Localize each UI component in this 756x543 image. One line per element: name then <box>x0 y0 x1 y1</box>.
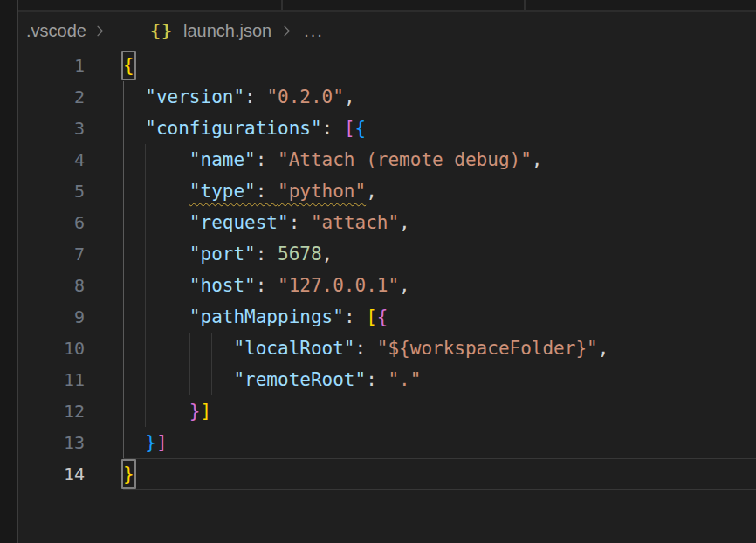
breadcrumb-ellipsis[interactable]: ... <box>304 21 324 41</box>
tab-divider <box>281 0 283 10</box>
code-token: : <box>256 149 278 170</box>
indent-guide <box>123 238 124 270</box>
indent-guide <box>123 113 124 144</box>
code-token: "name" <box>189 149 256 170</box>
indent-guide <box>123 395 124 427</box>
line-number[interactable]: 6 <box>18 207 123 238</box>
code-content: "host": "127.0.0.1", <box>123 270 756 301</box>
indent-guide <box>145 395 146 427</box>
line-number[interactable]: 9 <box>18 301 123 333</box>
line-number[interactable]: 13 <box>18 427 123 458</box>
code-content: "configurations": [{ <box>123 113 756 144</box>
code-token: "version" <box>145 86 244 107</box>
code-token: "pathMappings" <box>189 306 344 327</box>
code-token: : <box>256 244 278 265</box>
code-token: "." <box>388 369 421 390</box>
code-token: "type" <box>189 181 256 202</box>
indent-guide <box>168 175 168 207</box>
code-line[interactable]: 12 }] <box>18 395 756 427</box>
indent-guide <box>211 364 212 395</box>
code-content: }] <box>123 395 756 427</box>
code-content: "localRoot": "${workspaceFolder}", <box>123 333 756 364</box>
breadcrumb: .vscode {} launch.json ... <box>18 12 756 49</box>
line-number[interactable]: 3 <box>18 113 123 144</box>
code-line[interactable]: 8 "host": "127.0.0.1", <box>18 270 756 301</box>
code-line[interactable]: 9 "pathMappings": [{ <box>18 301 756 333</box>
code-line[interactable]: 5 "type": "python", <box>18 175 756 207</box>
breadcrumb-item-file[interactable]: launch.json <box>183 21 271 41</box>
code-token: , <box>399 275 410 296</box>
code-token: "localRoot" <box>233 338 354 359</box>
line-number[interactable]: 14 <box>18 458 123 490</box>
line-number[interactable]: 2 <box>18 81 123 113</box>
code-token: "configurations" <box>145 118 321 139</box>
code-line[interactable]: 2 "version": "0.2.0", <box>18 81 756 113</box>
code-token: "Attach (remote debug)" <box>278 149 532 170</box>
chevron-right-icon <box>280 24 293 38</box>
code-token: [ <box>366 306 377 327</box>
indent-guide <box>168 301 168 333</box>
chevron-right-icon <box>93 24 107 38</box>
line-number[interactable]: 5 <box>18 175 123 207</box>
line-number[interactable]: 12 <box>18 395 123 427</box>
code-line[interactable]: 3 "configurations": [{ <box>18 113 756 144</box>
line-number[interactable]: 7 <box>18 238 123 270</box>
indent-guide <box>123 333 124 364</box>
indent-guide <box>211 333 212 364</box>
code-token: "remoteRoot" <box>233 369 366 390</box>
breadcrumb-item-folder[interactable]: .vscode <box>26 21 86 41</box>
code-token: : <box>355 338 377 359</box>
code-token: : <box>366 369 388 390</box>
code-line[interactable]: 6 "request": "attach", <box>18 207 756 238</box>
indent-guide <box>168 144 168 175</box>
code-line[interactable]: 10 "localRoot": "${workspaceFolder}", <box>18 333 756 364</box>
indent-guide <box>145 144 146 175</box>
indent-guide <box>123 427 124 458</box>
line-number[interactable]: 10 <box>18 333 123 364</box>
code-line[interactable]: 11 "remoteRoot": "." <box>18 364 756 395</box>
indent-guide <box>123 207 124 238</box>
indent-guide <box>145 238 146 270</box>
code-line[interactable]: 13 }] <box>18 427 756 458</box>
code-token: : <box>244 86 266 107</box>
indent-guide <box>168 207 168 238</box>
code-token: "${workspaceFolder}" <box>377 338 598 359</box>
code-content: "type": "python", <box>123 175 756 207</box>
line-number[interactable]: 1 <box>18 50 123 81</box>
indent-guide <box>145 175 146 207</box>
code-content: "port": 5678, <box>123 238 756 270</box>
code-token: "127.0.0.1" <box>278 275 399 296</box>
line-number[interactable]: 8 <box>18 270 123 301</box>
code-token: "attach" <box>311 212 399 233</box>
code-content: "pathMappings": [{ <box>123 301 756 333</box>
tab-bar <box>18 0 756 12</box>
code-token: 5678 <box>278 244 322 265</box>
code-token: ] <box>156 432 168 453</box>
line-number[interactable]: 4 <box>18 144 123 175</box>
code-token: } <box>189 401 201 422</box>
code-token: { <box>377 306 388 327</box>
code-token: : <box>344 306 366 327</box>
line-number[interactable]: 11 <box>18 364 123 395</box>
indent-guide <box>123 81 124 113</box>
indent-guide <box>123 301 124 333</box>
indent-guide <box>123 175 124 207</box>
code-line[interactable]: 14} <box>18 458 756 490</box>
code-line[interactable]: 1{ <box>18 50 756 81</box>
indent-guide <box>145 207 146 238</box>
code-line[interactable]: 4 "name": "Attach (remote debug)", <box>18 144 756 175</box>
code-line[interactable]: 7 "port": 5678, <box>18 238 756 270</box>
code-token: "port" <box>189 244 256 265</box>
code-content: }] <box>123 427 756 458</box>
code-token: "host" <box>189 275 256 296</box>
code-token: : <box>322 118 344 139</box>
code-token: , <box>532 149 543 170</box>
code-token: , <box>399 212 410 233</box>
indent-guide <box>145 270 146 301</box>
code-token: "python" <box>278 181 366 202</box>
code-token: [ <box>344 118 355 139</box>
code-token: , <box>366 181 377 202</box>
code-content: { <box>123 50 756 81</box>
indent-guide <box>168 238 168 270</box>
json-braces-icon: {} <box>150 20 173 41</box>
